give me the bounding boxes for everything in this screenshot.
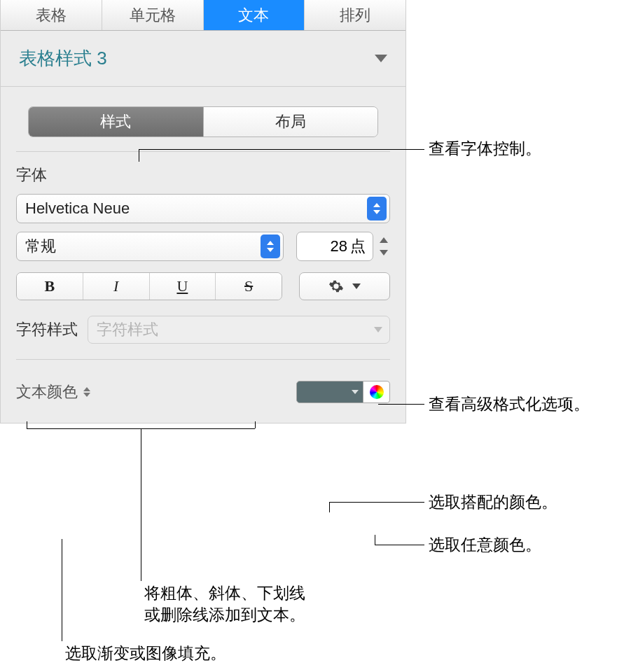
tab-arrange[interactable]: 排列 — [305, 0, 405, 30]
chevron-down-icon — [375, 55, 387, 62]
font-size-stepper — [377, 235, 390, 258]
tab-text[interactable]: 文本 — [204, 0, 305, 30]
popup-arrows-icon — [261, 234, 280, 258]
text-color-dropdown[interactable]: 文本颜色 — [16, 382, 90, 402]
popup-arrows-icon — [367, 197, 387, 220]
callout-leader — [375, 535, 375, 545]
callout-leader — [141, 428, 141, 581]
tab-table[interactable]: 表格 — [1, 0, 102, 30]
bold-button[interactable]: B — [17, 273, 83, 300]
font-family-popup[interactable]: Helvetica Neue — [16, 194, 390, 223]
chevron-down-icon — [352, 284, 361, 289]
character-style-label: 字符样式 — [16, 319, 78, 340]
font-size-control: 28 点 — [296, 232, 390, 261]
triangle-down-icon — [380, 250, 388, 255]
divider — [16, 359, 390, 360]
updown-arrows-icon — [83, 387, 90, 397]
font-size-unit: 点 — [350, 236, 366, 257]
callout-bius: 将粗体、斜体、下划线 或删除线添加到文本。 — [144, 582, 305, 626]
subtab-layout[interactable]: 布局 — [203, 107, 378, 136]
character-style-placeholder: 字符样式 — [97, 319, 158, 340]
divider — [16, 151, 390, 152]
callout-any-color: 选取任意颜色。 — [429, 534, 541, 556]
callout-fill: 选取渐变或图像填充。 — [65, 643, 226, 664]
paragraph-style-dropdown[interactable]: 表格样式 3 — [1, 31, 405, 87]
callout-leader — [378, 404, 424, 405]
chevron-down-icon — [374, 327, 382, 332]
inspector-tabs: 表格 单元格 文本 排列 — [1, 0, 405, 31]
callout-font-controls: 查看字体控制。 — [429, 138, 541, 160]
callout-leader — [329, 502, 330, 512]
font-section-label: 字体 — [16, 164, 390, 186]
color-wheel-button[interactable] — [363, 381, 390, 403]
strikethrough-button[interactable]: S — [216, 273, 282, 300]
callout-leader — [139, 149, 424, 150]
sidebar-body: 样式 布局 字体 Helvetica Neue 常规 28 点 — [1, 87, 405, 423]
subtab-style[interactable]: 样式 — [29, 107, 203, 136]
text-color-controls — [296, 381, 390, 403]
callout-leader — [375, 545, 424, 545]
callout-leader — [62, 539, 62, 641]
callout-leader — [139, 149, 139, 162]
italic-button[interactable]: I — [83, 273, 150, 300]
color-swatch-button[interactable] — [296, 381, 363, 403]
character-style-popup[interactable]: 字符样式 — [88, 316, 390, 344]
font-weight-popup[interactable]: 常规 — [16, 232, 284, 261]
font-size-value: 28 — [331, 237, 347, 255]
font-size-step-up[interactable] — [377, 235, 390, 245]
tab-cell[interactable]: 单元格 — [102, 0, 204, 30]
underline-button[interactable]: U — [150, 273, 216, 300]
callout-leader — [329, 502, 424, 503]
callout-leader — [255, 421, 256, 428]
text-subtab-segmented: 样式 布局 — [28, 106, 378, 137]
color-wheel-icon — [370, 385, 384, 399]
advanced-options-button[interactable] — [299, 272, 390, 300]
callout-match-color: 选取搭配的颜色。 — [429, 491, 557, 513]
font-size-field[interactable]: 28 点 — [296, 232, 373, 261]
callout-leader — [27, 421, 27, 428]
callout-advanced-format: 查看高级格式化选项。 — [429, 393, 590, 415]
gear-icon — [328, 279, 344, 294]
paragraph-style-label: 表格样式 3 — [19, 46, 107, 71]
font-weight-value: 常规 — [25, 236, 261, 257]
font-family-value: Helvetica Neue — [25, 200, 367, 218]
text-color-label: 文本颜色 — [16, 382, 78, 402]
triangle-up-icon — [380, 237, 388, 243]
text-style-group: B I U S — [16, 272, 282, 300]
format-sidebar: 表格 单元格 文本 排列 表格样式 3 样式 布局 字体 Helvetica N… — [0, 0, 406, 424]
font-size-step-down[interactable] — [377, 248, 390, 258]
